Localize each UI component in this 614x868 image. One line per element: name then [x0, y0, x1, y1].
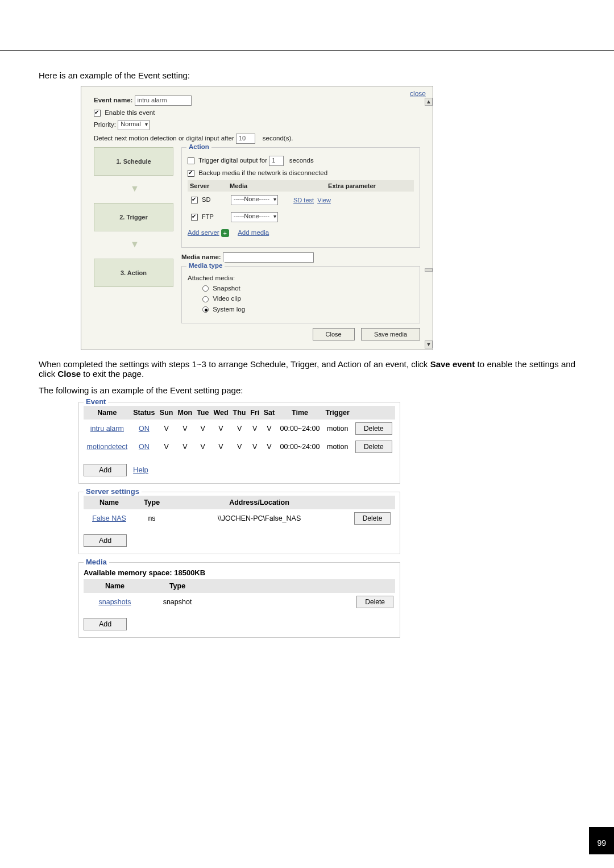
row-ftp-label: FTP	[202, 213, 214, 220]
col-sat: Sat	[262, 406, 277, 420]
col-server: Server	[188, 180, 227, 192]
enable-event-label: Enable this event	[105, 109, 155, 116]
table-row: snapshots snapshot Delete	[84, 593, 395, 611]
row-sd-media-select[interactable]: -----None-----	[231, 195, 278, 205]
trigger-output-suffix: seconds	[289, 157, 314, 164]
instruction-paragraph: When completed the settings with steps 1…	[39, 359, 575, 379]
col-mon: Mon	[175, 406, 194, 420]
add-server-link[interactable]: Add server	[188, 229, 219, 236]
trigger-output-prefix: Trigger digital output for	[198, 157, 267, 164]
col-type: Type	[135, 496, 169, 509]
sd-test-link[interactable]: SD test	[293, 197, 314, 203]
server-name-link[interactable]: False NAS	[92, 514, 126, 522]
backup-media-label: Backup media if the network is disconnec…	[198, 169, 327, 176]
col-type: Type	[146, 579, 209, 593]
media-name-link[interactable]: snapshots	[99, 598, 131, 606]
table-row: SD -----None----- SD test View	[188, 192, 414, 209]
event-name-row: Event name: intru alarm	[94, 95, 420, 106]
event-setting-panel: close ▲ ▼ Event name: intru alarm Enable…	[81, 86, 433, 350]
col-thu: Thu	[231, 406, 248, 420]
col-blank	[209, 579, 395, 593]
add-event-button[interactable]: Add	[84, 464, 127, 476]
step-trigger[interactable]: 2. Trigger	[94, 203, 173, 231]
close-link[interactable]: close	[410, 90, 426, 98]
col-wed: Wed	[211, 406, 230, 420]
col-sun: Sun	[157, 406, 176, 420]
snapshot-label: Snapshot	[213, 285, 240, 292]
page-content: Here is an example of the Event setting:…	[0, 51, 614, 725]
event-name-link[interactable]: intru alarm	[90, 425, 124, 433]
delete-button[interactable]: Delete	[354, 512, 391, 525]
media-fieldset: Media Available memory space: 18500KB Na…	[78, 562, 400, 638]
media-name-label: Media name:	[181, 254, 221, 260]
scroll-up-icon[interactable]: ▲	[425, 98, 433, 106]
add-server-icon[interactable]: +	[221, 229, 229, 237]
event-name-input[interactable]: intru alarm	[135, 95, 192, 106]
detect-seconds-input[interactable]: 10	[236, 134, 255, 144]
priority-select[interactable]: Normal	[118, 120, 149, 130]
event-name-label: Event name:	[94, 97, 132, 103]
backup-media-checkbox[interactable]	[188, 170, 194, 177]
table-row: intru alarm ON V V V V V V V 00:00~24:00…	[84, 420, 395, 438]
step-arrow-icon	[94, 231, 173, 259]
col-fri: Fri	[248, 406, 261, 420]
event-status-link[interactable]: ON	[139, 425, 150, 433]
snapshot-radio[interactable]	[202, 285, 209, 292]
row-ftp-checkbox[interactable]	[191, 214, 198, 221]
systemlog-label: System log	[213, 306, 245, 313]
server-settings-fieldset: Server settings Name Type Address/Locati…	[78, 492, 400, 554]
media-type-fieldset: Media type Attached media: Snapshot Vide…	[181, 266, 420, 323]
add-media-button[interactable]: Add	[84, 618, 127, 630]
systemlog-radio[interactable]	[202, 306, 209, 313]
trigger-output-checkbox[interactable]	[188, 157, 194, 164]
scroll-down-icon[interactable]: ▼	[425, 340, 433, 348]
close-button[interactable]: Close	[313, 328, 355, 340]
col-address: Address/Location	[169, 496, 350, 509]
detect-prefix: Detect next motion detection or digital …	[94, 135, 234, 142]
save-media-button[interactable]: Save media	[361, 328, 420, 340]
col-blank	[352, 406, 395, 420]
available-memory-label: Available memory space: 18500KB	[84, 568, 395, 577]
col-media: Media	[227, 180, 290, 192]
row-ftp-media-select[interactable]: -----None-----	[231, 212, 278, 222]
videoclip-label: Video clip	[213, 295, 241, 302]
step-schedule[interactable]: 1. Schedule	[94, 147, 173, 176]
step-action[interactable]: 3. Action	[94, 259, 173, 287]
event-table: Name Status Sun Mon Tue Wed Thu Fri Sat …	[84, 406, 395, 456]
media-type-title: Media type	[186, 262, 225, 269]
add-server-button[interactable]: Add	[84, 534, 127, 547]
enable-event-checkbox[interactable]	[94, 110, 101, 117]
server-table: Name Type Address/Location False NAS ns …	[84, 496, 395, 528]
videoclip-radio[interactable]	[202, 296, 209, 302]
table-row: False NAS ns \\JOCHEN-PC\False_NAS Delet…	[84, 509, 395, 528]
event-name-link[interactable]: motiondetect	[87, 443, 128, 451]
col-extra: Extra parameter	[290, 180, 414, 192]
sd-view-link[interactable]: View	[317, 197, 331, 203]
delete-button[interactable]: Delete	[355, 422, 392, 435]
media-name-input[interactable]	[223, 252, 314, 263]
server-media-table: Server Media Extra parameter SD -----Non…	[188, 180, 414, 226]
action-fieldset-title: Action	[186, 143, 211, 150]
event-status-link[interactable]: ON	[139, 443, 150, 451]
row-sd-checkbox[interactable]	[191, 197, 198, 203]
event-list-title: Event	[84, 397, 108, 406]
trigger-output-seconds-input[interactable]: 1	[269, 156, 284, 166]
delete-button[interactable]: Delete	[356, 596, 393, 608]
table-row: motiondetect ON V V V V V V V 00:00~24:0…	[84, 438, 395, 456]
row-sd-label: SD	[202, 196, 210, 203]
followup-text: The following is an example of the Event…	[39, 385, 575, 395]
col-status: Status	[131, 406, 157, 420]
scroll-thumb[interactable]	[425, 268, 433, 272]
header-bar	[0, 0, 614, 51]
attached-media-label: Attached media:	[188, 275, 414, 281]
add-media-link[interactable]: Add media	[238, 229, 269, 236]
detect-suffix: second(s).	[263, 135, 293, 142]
col-name: Name	[84, 406, 131, 420]
server-settings-title: Server settings	[84, 487, 142, 496]
help-link[interactable]: Help	[133, 466, 148, 474]
delete-button[interactable]: Delete	[355, 441, 392, 453]
col-trigger: Trigger	[323, 406, 352, 420]
media-table: Name Type snapshots snapshot Delete	[84, 579, 395, 611]
col-name: Name	[84, 579, 146, 593]
media-title: Media	[84, 558, 109, 566]
